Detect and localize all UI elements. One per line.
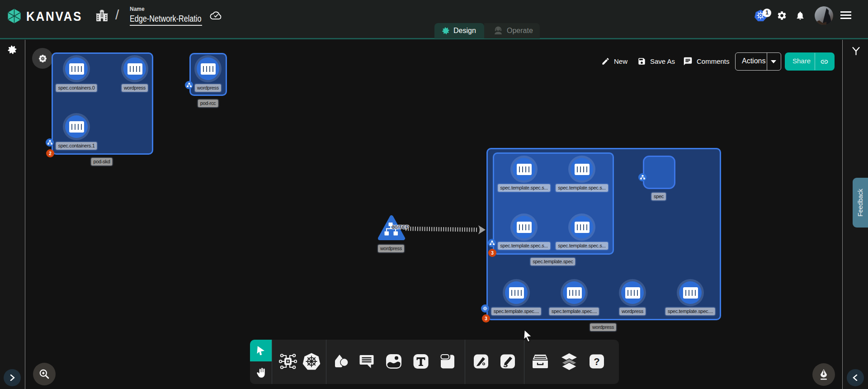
svg-text:80/TCP: 80/TCP bbox=[392, 224, 409, 230]
svg-text:?: ? bbox=[594, 356, 599, 367]
